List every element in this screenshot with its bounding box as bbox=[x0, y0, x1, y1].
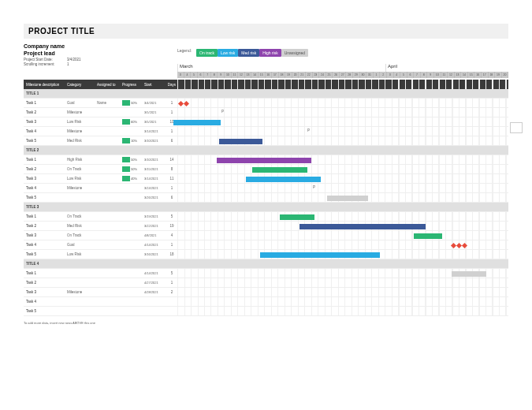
task-category: Goal bbox=[67, 243, 97, 247]
day-cell: 17 bbox=[482, 72, 489, 78]
section-title-row[interactable]: TITLE 4 bbox=[24, 259, 508, 269]
day-cell: 30 bbox=[360, 72, 367, 78]
progress-text: 50% bbox=[131, 167, 137, 171]
task-start: 3/10/2021 bbox=[144, 139, 166, 143]
gantt-row bbox=[177, 174, 508, 183]
task-category: On Track bbox=[67, 214, 97, 218]
task-category: Milestone bbox=[67, 290, 97, 294]
gantt-row bbox=[177, 222, 508, 230]
task-row[interactable]: Task 2 Med Risk 3/22/2021 19 bbox=[24, 222, 508, 231]
gantt-row bbox=[177, 240, 508, 249]
task-desc: Task 5 bbox=[24, 309, 67, 313]
day-cell: 1 bbox=[374, 72, 381, 78]
task-desc: Task 2 bbox=[24, 281, 67, 285]
task-row[interactable]: Task 2 Milestone 3/5/2021 1 P bbox=[24, 108, 508, 117]
footer-note: To add more data, insert new rows ABOVE … bbox=[24, 321, 508, 325]
project-lead: Project lead bbox=[24, 50, 177, 56]
task-row[interactable]: Task 1 On Track 3/19/2021 5 bbox=[24, 212, 508, 222]
task-progress: 50% bbox=[122, 100, 144, 106]
day-cell: 9 bbox=[427, 72, 434, 78]
task-days: 1 bbox=[166, 281, 177, 285]
task-row[interactable]: Task 5 bbox=[24, 307, 508, 316]
gantt-row bbox=[177, 136, 508, 145]
day-cell: 10 bbox=[225, 72, 232, 78]
day-cell: 4 bbox=[184, 72, 192, 78]
task-start: 4/28/2021 bbox=[144, 290, 166, 294]
day-cell: 8 bbox=[421, 72, 428, 78]
task-desc: Task 4 bbox=[24, 186, 67, 190]
day-cell: 5 bbox=[191, 72, 198, 78]
day-cell: 21 bbox=[299, 72, 306, 78]
task-row[interactable]: Task 4 bbox=[24, 297, 508, 307]
gantt-row bbox=[177, 288, 508, 296]
task-desc: Task 2 bbox=[24, 110, 67, 114]
task-start: 4/14/2021 bbox=[144, 271, 166, 275]
task-row[interactable]: Task 1 4/14/2021 5 bbox=[24, 269, 508, 278]
gantt-bar bbox=[414, 233, 442, 239]
task-row[interactable]: Task 5 Low Risk 3/16/2021 18 bbox=[24, 250, 508, 259]
task-row[interactable]: Task 1 High Risk 50% 3/10/2021 14 bbox=[24, 155, 508, 165]
task-days: 1 bbox=[166, 101, 177, 105]
task-row[interactable]: Task 3 Low Risk 40% 3/14/2021 11 bbox=[24, 174, 508, 184]
day-cell: 26 bbox=[333, 72, 340, 78]
task-row[interactable]: Task 5 Med Risk 10% 3/10/2021 6 bbox=[24, 136, 508, 146]
task-desc: Task 3 bbox=[24, 290, 67, 294]
gantt-row bbox=[177, 269, 508, 278]
task-days: 1 bbox=[166, 129, 177, 133]
progress-bar bbox=[122, 166, 130, 172]
task-row[interactable]: Task 2 On Track 50% 3/15/2021 8 bbox=[24, 165, 508, 174]
progress-bar bbox=[122, 100, 130, 106]
task-start: 4/8/2021 bbox=[144, 233, 166, 237]
day-cell: 16 bbox=[266, 72, 273, 78]
task-start: 4/14/2021 bbox=[144, 243, 166, 247]
day-cell: 11 bbox=[232, 72, 239, 78]
task-row[interactable]: Task 3 Low Risk 60% 3/5/2021 10 bbox=[24, 117, 508, 127]
task-category: Med Risk bbox=[67, 139, 97, 143]
day-cell: 20 bbox=[292, 72, 299, 78]
day-cell: 28 bbox=[346, 72, 353, 78]
task-row[interactable]: Task 2 4/27/2021 1 bbox=[24, 278, 508, 288]
task-start: 3/5/2021 bbox=[144, 120, 166, 124]
col-progress: Progress bbox=[122, 83, 144, 87]
day-cell: 2 bbox=[380, 72, 387, 78]
progress-bar bbox=[122, 119, 130, 125]
gantt-bar bbox=[246, 177, 321, 182]
task-row[interactable]: Task 4 Milestone 3/14/2021 1 P bbox=[24, 127, 508, 136]
day-cell: 6 bbox=[407, 72, 415, 78]
task-assigned: Name bbox=[97, 101, 122, 105]
task-category: Low Risk bbox=[67, 120, 97, 124]
day-cell: 11 bbox=[441, 72, 448, 78]
task-row[interactable]: Task 4 Goal 4/14/2021 1 bbox=[24, 240, 508, 250]
task-desc: Task 4 bbox=[24, 129, 67, 133]
task-start: 3/24/2021 bbox=[144, 186, 166, 190]
section-title-row[interactable]: TITLE 3 bbox=[24, 203, 508, 212]
task-row[interactable]: Task 4 Milestone 3/24/2021 1 P bbox=[24, 184, 508, 193]
task-days: 5 bbox=[166, 271, 177, 275]
meta-row: Project Start Date:3/4/2021 bbox=[24, 58, 177, 62]
task-days: 6 bbox=[166, 196, 177, 199]
task-desc: Task 5 bbox=[24, 196, 67, 199]
col-category: Category bbox=[67, 83, 97, 87]
month-label: April bbox=[385, 64, 508, 72]
section-title-row[interactable]: TITLE 1 bbox=[24, 89, 508, 99]
task-desc: Task 1 bbox=[24, 101, 67, 105]
legend-item: On track bbox=[196, 49, 218, 57]
day-cell: 7 bbox=[204, 72, 211, 78]
task-desc: Task 2 bbox=[24, 224, 67, 228]
task-row[interactable]: Task 5 3/26/2021 6 bbox=[24, 193, 508, 203]
day-cell: 19 bbox=[495, 72, 502, 78]
col-description: Milestone description bbox=[24, 83, 67, 87]
gantt-bar bbox=[327, 196, 368, 201]
task-row[interactable]: Task 3 Milestone 4/28/2021 2 bbox=[24, 288, 508, 297]
task-start: 3/19/2021 bbox=[144, 214, 166, 218]
table-header: Milestone description Category Assigned … bbox=[24, 80, 508, 89]
day-cell: 18 bbox=[489, 72, 496, 78]
task-row[interactable]: Task 3 On Track 4/8/2021 4 bbox=[24, 231, 508, 240]
project-title: PROJECT TITLE bbox=[28, 27, 504, 35]
section-title-row[interactable]: TITLE 2 bbox=[24, 146, 508, 155]
gantt-row: P bbox=[177, 184, 508, 192]
gantt-marker: P bbox=[307, 129, 310, 132]
gantt-row bbox=[177, 193, 508, 202]
col-assigned: Assigned to bbox=[97, 83, 122, 87]
task-row[interactable]: Task 1 Goal Name 50% 3/4/2021 1 bbox=[24, 99, 508, 108]
